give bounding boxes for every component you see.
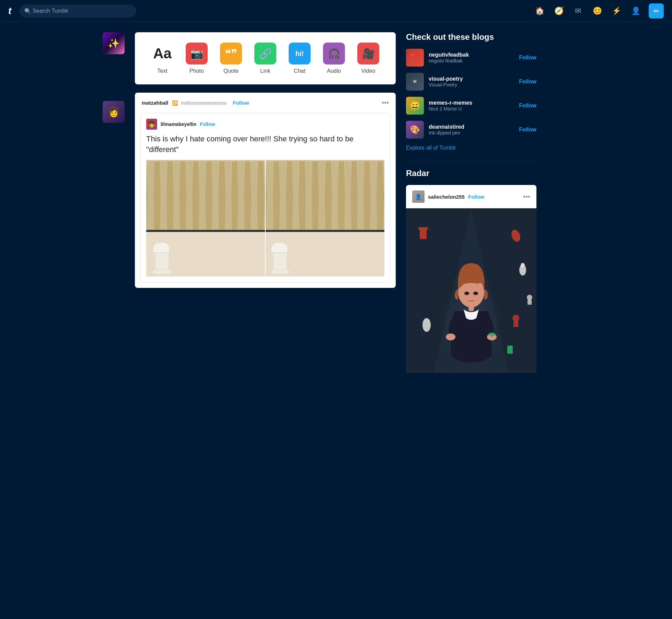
blog-item-deanna: 🎨 deannaistired Ink dipped pen Follow bbox=[406, 121, 536, 139]
blog-avatar-memes[interactable]: 😄 bbox=[406, 97, 424, 115]
post-options-button[interactable]: ••• bbox=[382, 99, 389, 107]
radar-header: 👤 saliechelon255 Follow ••• bbox=[406, 185, 536, 208]
blog-item-visual: 👁 visual-poetry Visual-Poetry Follow bbox=[406, 73, 536, 91]
composer-video[interactable]: 🎥 Video bbox=[357, 43, 379, 74]
chat-label: Chat bbox=[294, 68, 305, 74]
reblog-avatar[interactable]: 👧 bbox=[146, 119, 157, 130]
svg-point-8 bbox=[422, 318, 431, 332]
composer-link[interactable]: 🔗 Link bbox=[254, 43, 276, 74]
explore-all-link[interactable]: Explore all of Tumblr bbox=[406, 145, 536, 151]
svg-point-7 bbox=[521, 263, 525, 267]
negutiv-avatar-img: 🚫 bbox=[406, 49, 424, 67]
reblog-username[interactable]: lilmamabeyellin bbox=[161, 121, 196, 127]
radar-section: Radar 👤 saliechelon255 Follow ••• bbox=[406, 168, 536, 373]
svg-point-19 bbox=[446, 334, 455, 340]
radar-follow-button[interactable]: Follow bbox=[468, 194, 485, 200]
reblog-images bbox=[146, 160, 384, 277]
svg-point-11 bbox=[527, 295, 532, 300]
reblog-content: 👧 lilmamabeyellin Follow This is why I h… bbox=[140, 113, 390, 282]
reblog-follow-button[interactable]: Follow bbox=[200, 121, 215, 127]
text-label: Text bbox=[157, 68, 167, 74]
quote-icon: ❝❞ bbox=[220, 43, 242, 65]
composer-text[interactable]: Aa Text bbox=[151, 43, 173, 74]
link-icon: 🔗 bbox=[254, 43, 276, 65]
follow-button-visual[interactable]: Follow bbox=[519, 79, 536, 85]
blog-item-memes: 😄 memes-r-memes Nice 2 Meme U Follow bbox=[406, 97, 536, 115]
blogs-title: Check out these blogs bbox=[406, 32, 536, 42]
bathroom-image-1 bbox=[146, 160, 265, 277]
blog-name-memes[interactable]: memes-r-memes bbox=[429, 100, 514, 106]
svg-point-21 bbox=[488, 332, 495, 337]
blog-desc-memes: Nice 2 Meme U bbox=[429, 106, 514, 112]
radar-title: Radar bbox=[406, 168, 536, 178]
reblog-image-right bbox=[266, 160, 384, 277]
smiley-icon[interactable]: 😊 bbox=[591, 5, 603, 17]
blog-name-visual[interactable]: visual-poetry bbox=[429, 76, 514, 82]
composer-photo[interactable]: 📷 Photo bbox=[186, 43, 208, 74]
deanna-avatar-img: 🎨 bbox=[406, 121, 424, 139]
lightning-icon[interactable]: ⚡ bbox=[610, 5, 623, 17]
post-reblogger[interactable]: melooooooooooooo bbox=[181, 100, 227, 106]
svg-rect-10 bbox=[513, 321, 518, 327]
svg-rect-4 bbox=[418, 227, 428, 230]
blog-name-deanna[interactable]: deannaistired bbox=[429, 124, 514, 130]
blog-desc-negutiv: negutiv feadbak bbox=[429, 58, 514, 63]
photo-icon: 📷 bbox=[186, 43, 208, 65]
svg-rect-12 bbox=[528, 300, 532, 305]
radar-avatar[interactable]: 👤 bbox=[412, 190, 425, 203]
account-icon[interactable]: 👤 bbox=[629, 5, 642, 17]
blog-info-visual: visual-poetry Visual-Poetry bbox=[429, 76, 514, 87]
blog-info-negutiv: negutivfeadbak negutiv feadbak bbox=[429, 52, 514, 63]
photo-label: Photo bbox=[189, 68, 204, 74]
post-header: matzahball 🔁 melooooooooooooo Follow ••• bbox=[135, 93, 396, 113]
svg-point-18 bbox=[473, 292, 478, 295]
blog-info-deanna: deannaistired Ink dipped pen bbox=[429, 124, 514, 136]
svg-point-17 bbox=[464, 292, 469, 295]
search-input[interactable] bbox=[20, 4, 136, 17]
text-icon: Aa bbox=[151, 43, 173, 65]
avatar-icon-2: 👩 bbox=[108, 106, 120, 118]
radar-card: 👤 saliechelon255 Follow ••• bbox=[406, 185, 536, 373]
composer-audio[interactable]: 🎧 Audio bbox=[323, 43, 345, 74]
memes-avatar-img: 😄 bbox=[406, 97, 424, 115]
follow-button-negutiv[interactable]: Follow bbox=[519, 55, 536, 61]
blog-avatar-negutiv[interactable]: 🚫 bbox=[406, 49, 424, 67]
blog-avatar-visual[interactable]: 👁 bbox=[406, 73, 424, 91]
blog-info-memes: memes-r-memes Nice 2 Meme U bbox=[429, 100, 514, 112]
mail-icon[interactable]: ✉ bbox=[572, 5, 584, 17]
search-wrap: 🔍 bbox=[20, 4, 136, 17]
explore-icon[interactable]: 🧭 bbox=[553, 5, 565, 17]
blog-name-negutiv[interactable]: negutivfeadbak bbox=[429, 52, 514, 58]
blogs-section: Check out these blogs 🚫 negutivfeadbak n… bbox=[406, 32, 536, 151]
sidebar-divider bbox=[406, 161, 536, 162]
right-sidebar: Check out these blogs 🚫 negutivfeadbak n… bbox=[406, 32, 536, 383]
audio-icon: 🎧 bbox=[323, 43, 345, 65]
bathroom-image-2 bbox=[266, 160, 384, 277]
post-composer: Aa Text 📷 Photo ❝❞ Quote 🔗 Link hi! Chat… bbox=[135, 32, 396, 84]
composer-quote[interactable]: ❝❞ Quote bbox=[220, 43, 242, 74]
avatar-top[interactable]: ✨ bbox=[103, 32, 125, 54]
composer-chat[interactable]: hi! Chat bbox=[289, 43, 311, 74]
left-sidebar: ✨ 👩 bbox=[103, 32, 125, 383]
svg-point-9 bbox=[512, 315, 519, 322]
center-feed: Aa Text 📷 Photo ❝❞ Quote 🔗 Link hi! Chat… bbox=[135, 32, 396, 383]
post-author[interactable]: matzahball bbox=[142, 100, 169, 106]
home-icon[interactable]: 🏠 bbox=[533, 5, 546, 17]
compose-button[interactable]: ✏ bbox=[649, 3, 664, 19]
radar-username[interactable]: saliechelon255 bbox=[428, 194, 465, 200]
avatar-bottom[interactable]: 👩 bbox=[103, 101, 125, 123]
follow-button-deanna[interactable]: Follow bbox=[519, 127, 536, 133]
blog-desc-deanna: Ink dipped pen bbox=[429, 130, 514, 136]
follow-button-memes[interactable]: Follow bbox=[519, 103, 536, 109]
tumblr-logo[interactable]: t bbox=[8, 5, 11, 16]
reblog-header: 👧 lilmamabeyellin Follow bbox=[146, 119, 384, 130]
radar-options-button[interactable]: ••• bbox=[523, 193, 530, 201]
post-follow-button[interactable]: Follow bbox=[233, 100, 249, 106]
main-layout: ✨ 👩 Aa Text 📷 Photo ❝❞ Quote 🔗 Link bbox=[96, 22, 576, 394]
svg-rect-13 bbox=[507, 346, 513, 354]
svg-rect-3 bbox=[420, 229, 427, 239]
video-label: Video bbox=[361, 68, 375, 74]
blog-avatar-deanna[interactable]: 🎨 bbox=[406, 121, 424, 139]
visual-avatar-img: 👁 bbox=[406, 73, 424, 91]
reblog-icon: 🔁 bbox=[172, 100, 178, 106]
